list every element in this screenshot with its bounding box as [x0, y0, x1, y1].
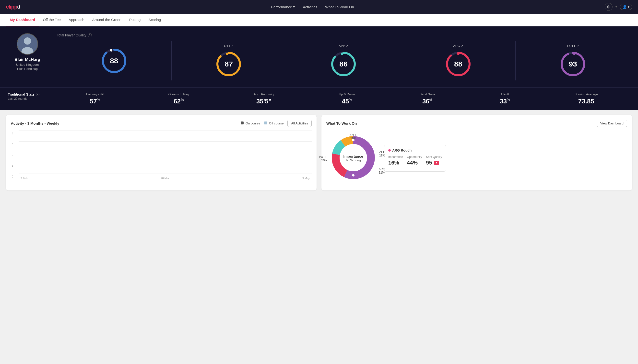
- trad-help-icon[interactable]: ?: [36, 93, 39, 96]
- quality-circles: 88 OTT ↗ 87: [57, 41, 630, 80]
- quality-main: 88: [57, 41, 172, 80]
- quality-title: Total Player Quality ?: [57, 33, 630, 37]
- player-avatar: [17, 33, 38, 55]
- off-course-legend-dot: [264, 122, 267, 124]
- tab-off-the-tee[interactable]: Off the Tee: [39, 14, 65, 26]
- player-handicap: Plus Handicap: [17, 67, 38, 71]
- top-nav: clippd Performance ▾ Activities What To …: [0, 0, 638, 14]
- bottom-section: Activity - 3 Months - Weekly On course O…: [0, 110, 638, 195]
- putt-label: PUTT ↗: [567, 44, 579, 48]
- bar-chart: 4 3 2 1 0 7 Feb 28 Mar 9 May: [11, 131, 312, 180]
- bar-group: [291, 173, 310, 174]
- main-circle: 88: [101, 48, 128, 74]
- trad-stats-list: Fairways Hit 57% Greens In Reg 62% App. …: [54, 92, 630, 105]
- app-logo[interactable]: clippd: [6, 4, 20, 10]
- app-circle: 86: [330, 50, 357, 78]
- app-donut-label: APP 12%: [379, 150, 385, 157]
- detail-color-dot: [388, 149, 391, 152]
- metric-opportunity: Opportunity 44%: [407, 155, 422, 166]
- detail-metrics: Importance 16% Opportunity 44% Shot Qual…: [388, 155, 442, 166]
- bar-group: [59, 173, 78, 174]
- svg-point-16: [352, 174, 354, 176]
- stat-1-putt: 1 Putt 33%: [500, 92, 510, 105]
- work-card: What To Work On View Dashboard: [321, 115, 632, 190]
- putt-donut-label: PUTT 57%: [319, 155, 327, 162]
- stat-app-proximity: App. Proximity 35'5": [254, 92, 274, 105]
- putt-circle: 93: [559, 50, 586, 78]
- tab-bar: My Dashboard Off the Tee Approach Around…: [0, 14, 638, 26]
- stat-fairways-hit: Fairways Hit 57%: [86, 92, 104, 105]
- nav-links: Performance ▾ Activities What To Work On: [271, 5, 354, 9]
- bar-group: [156, 173, 174, 174]
- bar-group: [175, 173, 194, 174]
- app-label: APP ↗: [339, 44, 348, 48]
- add-button[interactable]: ⊕: [605, 3, 612, 11]
- on-course-legend-dot: [241, 122, 244, 124]
- detail-header: ARG Rough: [388, 148, 442, 152]
- donut-center: Importance To Scoring: [343, 154, 363, 162]
- trad-title: Traditional Stats ?: [8, 92, 52, 96]
- flag-icon: ▼: [434, 161, 439, 165]
- stat-greens-in-reg: Greens In Reg 62%: [168, 92, 189, 105]
- quality-section: Total Player Quality ? 88: [57, 33, 630, 80]
- traditional-stats-section: Traditional Stats ? Last 20 rounds Fairw…: [0, 87, 638, 110]
- arg-label: ARG ↗: [453, 44, 463, 48]
- arg-circle: 88: [445, 50, 472, 78]
- work-detail-card: ARG Rough Importance 16% Opportunity 44%…: [384, 145, 446, 172]
- trad-subtitle: Last 20 rounds: [8, 97, 52, 100]
- user-menu[interactable]: 👤 ▾: [620, 4, 632, 10]
- player-country: United Kingdom: [16, 63, 39, 66]
- tab-around-the-green[interactable]: Around the Green: [88, 14, 125, 26]
- circle-indicator-dot: [110, 49, 112, 52]
- trad-title-block: Traditional Stats ? Last 20 rounds: [8, 92, 52, 100]
- tab-my-dashboard[interactable]: My Dashboard: [6, 14, 39, 26]
- arg-dot: [457, 52, 460, 55]
- work-card-header: What To Work On View Dashboard: [326, 120, 627, 127]
- player-info: Blair McHarg United Kingdom Plus Handica…: [8, 33, 47, 71]
- ott-donut-label: OTT 10%: [350, 133, 356, 140]
- all-activities-button[interactable]: All Activities: [287, 120, 312, 127]
- ott-circle: 87: [215, 50, 242, 78]
- stat-up-down: Up & Down 45%: [339, 92, 355, 105]
- bar-group: [233, 173, 252, 174]
- tab-putting[interactable]: Putting: [125, 14, 145, 26]
- donut-wrapper: Importance To Scoring OTT 10% APP 12% AR…: [326, 131, 380, 186]
- arg-donut-label: ARG 21%: [379, 168, 385, 174]
- work-title: What To Work On: [326, 121, 357, 126]
- bars-container: [19, 131, 312, 174]
- stat-scoring-avg: Scoring Average 73.85: [575, 92, 598, 105]
- nav-activities[interactable]: Activities: [303, 5, 317, 9]
- quality-ott: OTT ↗ 87: [172, 41, 286, 80]
- activity-legend: On course Off course All Activities: [241, 120, 312, 127]
- quality-arg: ARG ↗ 88: [401, 41, 516, 80]
- view-dashboard-button[interactable]: View Dashboard: [597, 120, 627, 127]
- activity-card-header: Activity - 3 Months - Weekly On course O…: [11, 120, 312, 127]
- player-name: Blair McHarg: [15, 57, 40, 62]
- quality-help-icon[interactable]: ?: [88, 33, 92, 37]
- hero-section: Blair McHarg United Kingdom Plus Handica…: [0, 26, 638, 87]
- activity-card: Activity - 3 Months - Weekly On course O…: [6, 115, 317, 190]
- quality-app: APP ↗ 86: [286, 41, 401, 80]
- bar-group: [40, 173, 58, 174]
- x-labels: 7 Feb 28 Mar 9 May: [19, 177, 312, 180]
- tab-approach[interactable]: Approach: [65, 14, 88, 26]
- activity-title: Activity - 3 Months - Weekly: [11, 121, 59, 126]
- nav-right: ⊕ ▾ 👤 ▾: [605, 3, 632, 11]
- work-inner: Importance To Scoring OTT 10% APP 12% AR…: [326, 131, 627, 186]
- tab-scoring[interactable]: Scoring: [144, 14, 165, 26]
- quality-putt: PUTT ↗ 93: [516, 41, 630, 80]
- ott-label: OTT ↗: [224, 44, 234, 48]
- metric-importance: Importance 16%: [388, 155, 403, 166]
- nav-what-to-work-on[interactable]: What To Work On: [325, 5, 354, 9]
- stat-sand-save: Sand Save 36%: [420, 92, 435, 105]
- nav-performance[interactable]: Performance ▾: [271, 5, 295, 9]
- metric-shot-quality: Shot Quality 95 ▼: [426, 155, 442, 166]
- app-dot: [341, 52, 343, 55]
